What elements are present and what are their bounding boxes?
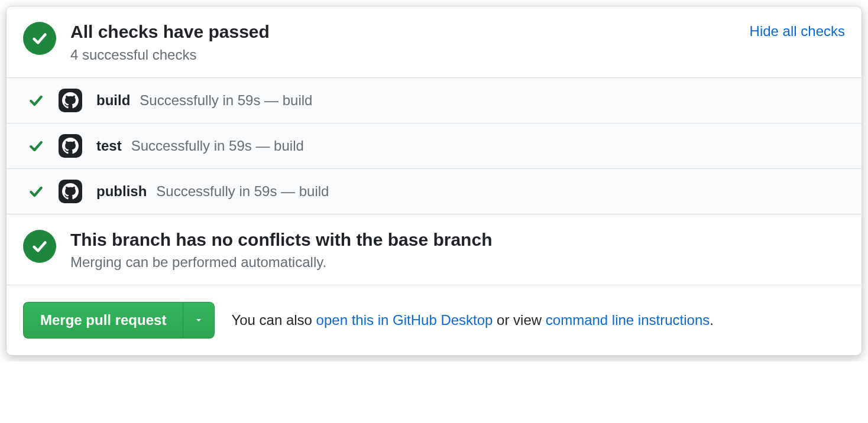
- check-detail: Successfully in 59s — build: [156, 183, 329, 200]
- checks-summary-body: All checks have passed 4 successful chec…: [70, 21, 736, 63]
- cli-instructions-link[interactable]: command line instructions: [546, 312, 710, 328]
- conflicts-body: This branch has no conflicts with the ba…: [70, 229, 845, 271]
- conflicts-subtitle: Merging can be performed automatically.: [70, 254, 845, 271]
- check-success-icon: [23, 22, 56, 55]
- check-pass-icon: [28, 92, 44, 109]
- checks-title: All checks have passed: [70, 21, 736, 43]
- check-pass-icon: [28, 138, 44, 154]
- checks-subtitle: 4 successful checks: [70, 47, 736, 63]
- check-name: test: [96, 138, 122, 154]
- check-row: build Successfully in 59s — build: [7, 78, 861, 123]
- footer-suffix: .: [710, 312, 714, 328]
- github-icon: [59, 180, 82, 203]
- open-desktop-link[interactable]: open this in GitHub Desktop: [316, 312, 493, 328]
- github-icon: [59, 89, 82, 112]
- check-name: build: [96, 92, 130, 109]
- conflicts-section: This branch has no conflicts with the ba…: [7, 214, 861, 286]
- check-detail: Successfully in 59s — build: [131, 138, 304, 154]
- check-detail: Successfully in 59s — build: [140, 92, 312, 109]
- footer-prefix: You can also: [231, 312, 316, 328]
- footer-middle: or view: [493, 312, 545, 328]
- check-pass-icon: [28, 183, 44, 200]
- merge-panel: All checks have passed 4 successful chec…: [6, 6, 862, 356]
- check-success-icon: [23, 230, 56, 263]
- merge-pull-request-button[interactable]: Merge pull request: [23, 302, 183, 339]
- checks-list: build Successfully in 59s — build test S…: [7, 78, 861, 214]
- merge-footer: Merge pull request You can also open thi…: [7, 285, 861, 355]
- check-row: test Successfully in 59s — build: [7, 123, 861, 169]
- check-name: publish: [96, 183, 147, 200]
- merge-dropdown-button[interactable]: [183, 302, 215, 339]
- merge-footer-text: You can also open this in GitHub Desktop…: [231, 312, 714, 328]
- conflicts-title: This branch has no conflicts with the ba…: [70, 229, 845, 251]
- hide-all-checks-link[interactable]: Hide all checks: [750, 23, 845, 40]
- checks-summary-section: All checks have passed 4 successful chec…: [7, 6, 861, 78]
- merge-button-group: Merge pull request: [23, 302, 215, 339]
- github-icon: [59, 134, 82, 158]
- check-row: publish Successfully in 59s — build: [7, 169, 861, 214]
